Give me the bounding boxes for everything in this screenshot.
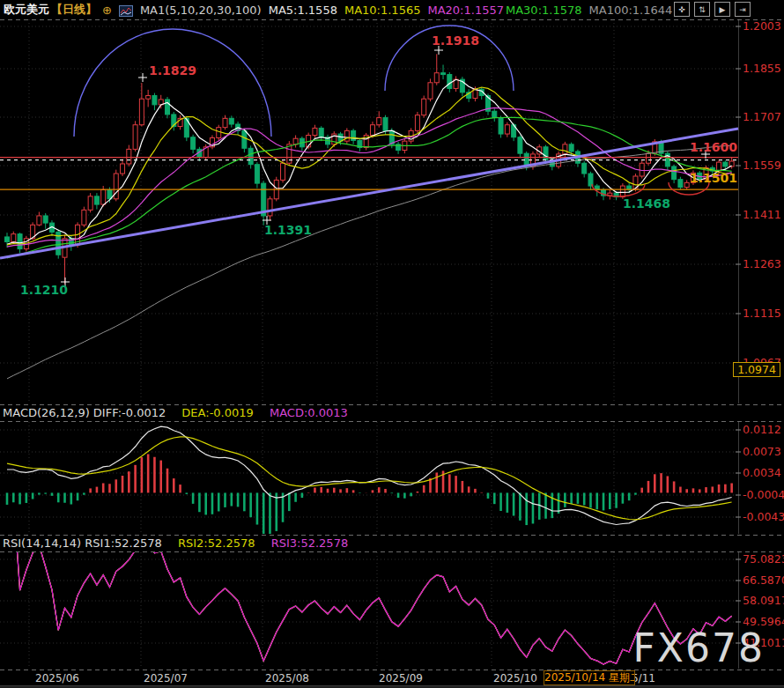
chart-toolbar: ✜⇅▶⇥ [674, 2, 751, 17]
rsi1-label: RSI(14,14,14) RSI1:52.2578 [3, 536, 162, 550]
x-axis-month-label: 2025/08 [265, 671, 309, 685]
macd-macd-value: MACD:0.0013 [270, 406, 348, 419]
kline-icon[interactable] [119, 5, 133, 17]
ma20-value: MA20:1.1557 [427, 4, 504, 17]
ma100-value: MA100:1.1644 [589, 4, 673, 17]
macd-label: MACD(26,12,9) DIFF:-0.0012 [3, 406, 166, 419]
x-axis-month-label: 2025/07 [144, 671, 188, 685]
crosshair-date-box: 2025/10/14 星期二 [544, 670, 635, 685]
pan-tool-icon[interactable]: ✜ [674, 2, 690, 17]
rsi2-value: RSI2:52.2578 [178, 536, 255, 550]
chart-canvas[interactable] [0, 0, 784, 688]
playback-icon[interactable]: ▶ [714, 2, 730, 17]
x-axis-month-label: 2025/06 [35, 671, 79, 685]
symbol-title: 欧元美元 [4, 2, 49, 18]
rsi3-value: RSI3:52.2578 [271, 536, 349, 550]
x-axis-month-label: 2025/09 [379, 671, 423, 685]
chart-header: 欧元美元【日线】⊕ MA1(5,10,20,30,100) MA5:1.1558… [0, 0, 784, 19]
macd-dea-value: DEA:-0.0019 [181, 406, 253, 419]
app-root: { "header": { "symbol": "欧元美元", "period"… [0, 0, 784, 688]
period-label[interactable]: 【日线】 [51, 2, 97, 18]
ma-params-label: MA1(5,10,20,30,100) [140, 4, 262, 17]
add-indicator-icon[interactable]: ⊕ [102, 4, 112, 17]
crosshair-price-box: 1.0974 [733, 362, 780, 377]
macd-header: MACD(26,12,9) DIFF:-0.0012 DEA:-0.0019 M… [3, 406, 348, 419]
axis-scale-icon[interactable]: ⇅ [694, 2, 710, 17]
watermark: FX678 [633, 625, 765, 670]
ma30-value: MA30:1.1578 [506, 4, 582, 17]
rsi-header: RSI(14,14,14) RSI1:52.2578 RSI2:52.2578 … [3, 536, 348, 550]
close-panel-icon[interactable]: ⇥ [735, 2, 751, 17]
ma5-value: MA5:1.1558 [269, 4, 337, 17]
x-axis-month-label: 2025/10 [493, 671, 537, 685]
ma10-value: MA10:1.1565 [344, 4, 421, 17]
